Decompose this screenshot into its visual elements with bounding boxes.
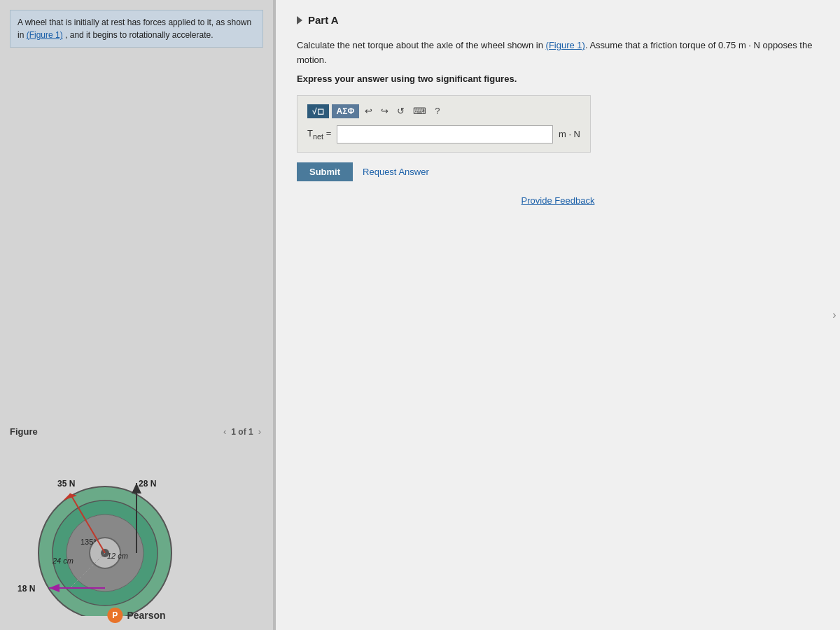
- svg-text:135°: 135°: [80, 538, 97, 546]
- figure-canvas: 24 cm 12 cm 135° 35 N 28 N 18 N: [14, 441, 259, 623]
- greek-icon: AΣΦ: [337, 106, 355, 116]
- part-title: Part A: [308, 14, 339, 26]
- figure-pagination: 1 of 1: [231, 427, 253, 437]
- answer-container: √◻ AΣΦ ↩ ↪ ↺ ⌨ ? Tnet = m · N: [297, 95, 591, 153]
- answer-label: Tnet =: [307, 128, 331, 141]
- right-chevron-icon[interactable]: ›: [829, 301, 840, 329]
- undo-icon[interactable]: ↩: [362, 104, 375, 118]
- greek-button[interactable]: AΣΦ: [332, 104, 360, 118]
- math-button[interactable]: √◻: [307, 104, 329, 118]
- left-panel: A wheel that is initially at rest has fo…: [0, 0, 273, 630]
- figure-header: Figure ‹ 1 of 1 ›: [0, 422, 273, 441]
- figure-link-question[interactable]: (Figure 1): [546, 40, 585, 50]
- description-text-2: , and it begins to rotationally accelera…: [65, 30, 213, 40]
- svg-text:28 N: 28 N: [139, 479, 156, 489]
- wheel-diagram: 24 cm 12 cm 135° 35 N 28 N 18 N: [14, 441, 238, 616]
- figure-nav: ‹ 1 of 1 ›: [221, 426, 263, 437]
- answer-row: Tnet = m · N: [307, 125, 580, 144]
- right-panel: Part A Calculate the net torque about th…: [276, 0, 840, 630]
- svg-text:35 N: 35 N: [57, 479, 75, 489]
- request-answer-button[interactable]: Request Answer: [363, 167, 429, 177]
- answer-input[interactable]: [337, 125, 553, 144]
- help-icon[interactable]: ?: [432, 104, 442, 118]
- math-icon: √◻: [312, 106, 324, 116]
- svg-text:18 N: 18 N: [18, 584, 35, 594]
- pearson-logo-icon: P: [107, 608, 122, 623]
- action-buttons: Submit Request Answer: [297, 162, 819, 181]
- pearson-footer: P Pearson: [107, 608, 165, 623]
- reset-icon[interactable]: ↺: [394, 104, 407, 118]
- submit-button[interactable]: Submit: [297, 162, 353, 181]
- figure-label: Figure: [10, 426, 38, 437]
- problem-description: A wheel that is initially at rest has fo…: [10, 10, 263, 48]
- redo-icon[interactable]: ↪: [378, 104, 391, 118]
- provide-feedback-button[interactable]: Provide Feedback: [297, 195, 819, 206]
- sig-figs-note: Express your answer using two significan…: [297, 74, 819, 84]
- svg-text:12 cm: 12 cm: [107, 552, 128, 560]
- part-header: Part A: [297, 14, 819, 26]
- figure-prev-button[interactable]: ‹: [221, 426, 228, 437]
- svg-text:24 cm: 24 cm: [52, 556, 74, 565]
- figure-section: Figure ‹ 1 of 1 › 24 cm: [0, 422, 273, 630]
- figure-next-button[interactable]: ›: [256, 426, 263, 437]
- pearson-label: Pearson: [127, 610, 165, 621]
- figure-link-desc[interactable]: (Figure 1): [27, 30, 63, 40]
- keyboard-icon[interactable]: ⌨: [410, 104, 429, 118]
- answer-unit: m · N: [559, 129, 580, 139]
- part-arrow-icon: [297, 16, 302, 24]
- math-toolbar: √◻ AΣΦ ↩ ↪ ↺ ⌨ ?: [307, 104, 580, 118]
- question-text: Calculate the net torque about the axle …: [297, 38, 819, 68]
